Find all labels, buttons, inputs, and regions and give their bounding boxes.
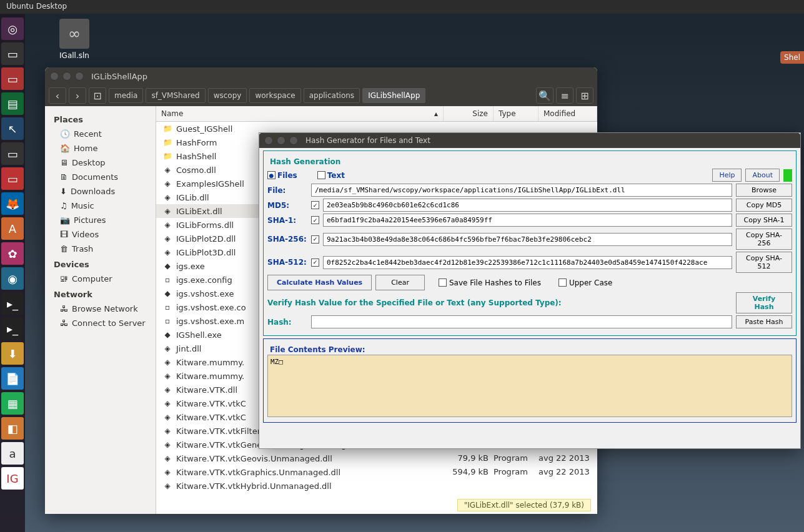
sidebar-item-videos[interactable]: 🎞Videos bbox=[45, 227, 156, 242]
launcher-writer[interactable]: 📄 bbox=[1, 367, 24, 390]
back-button[interactable]: ‹ bbox=[49, 87, 66, 104]
close-icon[interactable] bbox=[50, 72, 59, 81]
launcher-terminal[interactable]: ▸_ bbox=[1, 292, 24, 315]
launcher-item[interactable]: ▭ bbox=[1, 42, 24, 65]
column-modified[interactable]: Modified bbox=[538, 106, 597, 121]
column-type[interactable]: Type bbox=[494, 106, 538, 121]
view-list-button[interactable]: ≡ bbox=[556, 87, 573, 104]
launcher-item[interactable]: ▭ bbox=[1, 67, 24, 90]
sidebar-item-downloads[interactable]: ⬇Downloads bbox=[45, 184, 156, 199]
file-icon: ▫ bbox=[162, 275, 172, 285]
forward-button[interactable]: › bbox=[69, 87, 86, 104]
launcher-cursor[interactable]: ↖ bbox=[1, 117, 24, 140]
sidebar-item-computer[interactable]: 🖳Computer bbox=[45, 272, 156, 286]
help-button[interactable]: Help bbox=[712, 169, 742, 182]
sidebar-item-connect-server[interactable]: 🖧Connect to Server bbox=[45, 316, 156, 330]
launcher-amazon[interactable]: a bbox=[1, 442, 24, 465]
copy-sha512-button[interactable]: Copy SHA-512 bbox=[736, 252, 792, 273]
file-icon: 📁 bbox=[162, 151, 172, 161]
launcher-item[interactable]: ▭ bbox=[1, 142, 24, 165]
sha1-checkbox[interactable]: ✓ bbox=[311, 216, 319, 224]
breadcrumb-current[interactable]: IGLibShellApp bbox=[362, 88, 425, 103]
maximize-icon[interactable] bbox=[289, 136, 298, 145]
sha256-checkbox[interactable]: ✓ bbox=[311, 235, 319, 244]
sidebar-item-pictures[interactable]: 📷Pictures bbox=[45, 213, 156, 227]
radio-icon: ● bbox=[267, 171, 275, 179]
copy-sha1-button[interactable]: Copy SHA-1 bbox=[736, 214, 792, 227]
sidebar-item-desktop[interactable]: 🖥Desktop bbox=[45, 155, 156, 170]
sidebar-item-music[interactable]: ♫Music bbox=[45, 199, 156, 213]
table-row[interactable]: ◈Kitware.VTK.vtkGraphics.Unmanaged.dll59… bbox=[156, 465, 597, 479]
close-icon[interactable] bbox=[264, 136, 273, 145]
preview-textarea[interactable]: MZ□ bbox=[267, 355, 792, 417]
search-button[interactable]: 🔍 bbox=[536, 87, 553, 104]
sidebar-item-browse-network[interactable]: 🖧Browse Network bbox=[45, 302, 156, 316]
launcher-dash[interactable]: ◎ bbox=[1, 17, 24, 40]
sha512-checkbox[interactable]: ✓ bbox=[311, 259, 319, 267]
paste-hash-button[interactable]: Paste Hash bbox=[736, 315, 792, 328]
file-icon: ◈ bbox=[162, 398, 172, 408]
launcher-item[interactable]: ⬇ bbox=[1, 342, 24, 365]
file-modified bbox=[538, 481, 597, 491]
breadcrumb[interactable]: applications bbox=[304, 88, 360, 103]
verify-hash-button[interactable]: Verify Hash bbox=[736, 292, 792, 313]
path-toggle-button[interactable]: ⊡ bbox=[89, 87, 106, 104]
file-name: Kitware.VTK.vtkGeovis.Unmanaged.dll bbox=[176, 454, 332, 463]
file-path-input[interactable] bbox=[311, 184, 732, 197]
sha1-label: SHA-1: bbox=[267, 216, 307, 225]
sidebar-item-trash[interactable]: 🗑Trash bbox=[45, 242, 156, 256]
breadcrumb[interactable]: wscopy bbox=[208, 88, 247, 103]
maximize-icon[interactable] bbox=[75, 72, 84, 81]
status-indicator bbox=[783, 169, 792, 182]
launcher-item[interactable]: ◉ bbox=[1, 267, 24, 290]
launcher-item[interactable]: ▭ bbox=[1, 167, 24, 190]
view-grid-button[interactable]: ⊞ bbox=[576, 87, 593, 104]
file-name: ExamplesIGShell bbox=[176, 179, 244, 189]
calculate-button[interactable]: Calculate Hash Values bbox=[267, 275, 372, 290]
launcher-terminal[interactable]: ▸_ bbox=[1, 317, 24, 340]
breadcrumb[interactable]: media bbox=[109, 88, 143, 103]
browse-button[interactable]: Browse bbox=[736, 184, 792, 197]
file-name: IGLib.dll bbox=[176, 193, 209, 202]
sha1-output[interactable] bbox=[323, 214, 732, 227]
breadcrumb[interactable]: workspace bbox=[249, 88, 300, 103]
save-hashes-checkbox[interactable]: Save File Hashes to Files bbox=[439, 278, 541, 287]
file-type bbox=[494, 481, 538, 491]
trash-icon: 🗑 bbox=[60, 244, 68, 254]
launcher-item[interactable]: ✿ bbox=[1, 242, 24, 265]
desktop-icon: 🖥 bbox=[60, 158, 68, 167]
breadcrumb[interactable]: sf_VMShared bbox=[146, 88, 205, 103]
radio-files[interactable]: ●Files bbox=[267, 171, 297, 180]
sha512-output[interactable] bbox=[323, 256, 732, 269]
file-icon: ◈ bbox=[162, 247, 172, 257]
column-name[interactable]: Name▴ bbox=[156, 106, 444, 121]
sidebar-item-home[interactable]: 🏠Home bbox=[45, 141, 156, 155]
verify-hash-input[interactable] bbox=[311, 315, 732, 328]
sha256-output[interactable] bbox=[323, 233, 732, 246]
minimize-icon[interactable] bbox=[277, 136, 285, 145]
sidebar-item-recent[interactable]: 🕓Recent bbox=[45, 127, 156, 141]
sidebar-item-documents[interactable]: 🗎Documents bbox=[45, 170, 156, 184]
radio-text[interactable]: Text bbox=[317, 171, 345, 180]
clear-button[interactable]: Clear bbox=[375, 275, 425, 290]
file-modified: avg 22 2013 bbox=[538, 467, 597, 477]
table-row[interactable]: ◈Kitware.VTK.vtkGeovis.Unmanaged.dll79,9… bbox=[156, 451, 597, 465]
copy-md5-button[interactable]: Copy MD5 bbox=[736, 199, 792, 212]
launcher-item[interactable]: ▤ bbox=[1, 92, 24, 115]
minimize-icon[interactable] bbox=[62, 72, 71, 81]
launcher-impress[interactable]: ◧ bbox=[1, 417, 24, 440]
md5-output[interactable] bbox=[323, 199, 732, 212]
md5-checkbox[interactable]: ✓ bbox=[311, 201, 319, 209]
launcher-calc[interactable]: ▦ bbox=[1, 392, 24, 415]
about-button[interactable]: About bbox=[745, 169, 780, 182]
launcher-firefox[interactable]: 🦊 bbox=[1, 192, 24, 215]
desktop-icon[interactable]: ∞ IGall.sln bbox=[59, 19, 89, 60]
column-size[interactable]: Size bbox=[444, 106, 494, 121]
file-type: Program bbox=[494, 453, 538, 463]
copy-sha256-button[interactable]: Copy SHA-256 bbox=[736, 229, 792, 250]
shell-tab[interactable]: Shel bbox=[780, 51, 804, 64]
launcher-app[interactable]: IG bbox=[1, 467, 24, 490]
launcher-item[interactable]: A bbox=[1, 217, 24, 240]
table-row[interactable]: ◈Kitware.VTK.vtkHybrid.Unmanaged.dll bbox=[156, 479, 597, 493]
upper-case-checkbox[interactable]: Upper Case bbox=[558, 278, 613, 287]
